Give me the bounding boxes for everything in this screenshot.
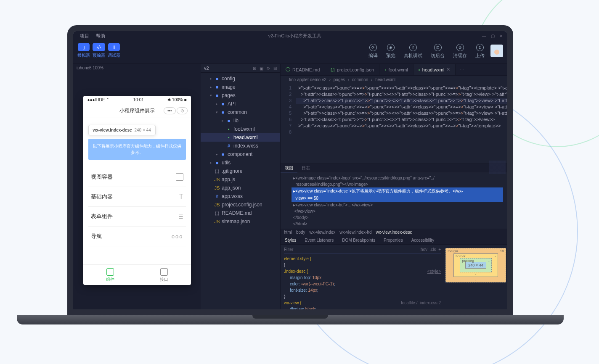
menu-icon: ☰ [178,214,183,220]
pill-simulator[interactable]: ▯ [78,43,90,51]
menu-project[interactable]: 项目 [77,33,93,39]
breadcrumb: fino-applet-demo-v2 › pages › common › h… [281,76,507,84]
file-node[interactable]: JSproject.config.json [201,200,280,209]
action-clear-cache[interactable]: ⊘清缓存 [453,44,467,59]
folder-node[interactable]: ▾■common [201,108,280,116]
simulator-panel: iphone6 100% ●●●ll IDE ⌃ 10:01 ✱ 100% ■ … [73,64,201,309]
list-item[interactable]: 基础内容T [88,187,186,207]
dom-crumb[interactable]: wx-view.index-hd [339,230,371,235]
phone-tabbar: 组件 接口 [83,264,191,285]
menubar: 项目 帮助 v2-FinClip小程序开发工具 — ▢ ✕ [73,31,507,40]
new-folder-icon[interactable]: ▣ [260,66,263,71]
phone-statusbar: ●●●ll IDE ⌃ 10:01 ✱ 100% ■ [83,96,191,104]
tab-api[interactable]: 接口 [137,265,191,285]
action-remote-debug[interactable]: ▯真机调试 [404,44,422,59]
editor-panel: ⓘREADME.md{.}project.config.json▫foot.wx… [281,64,507,309]
inspector-tooltip: wx-view.index-desc240 × 44 [88,125,156,135]
editor-tabs: ⓘREADME.md{.}project.config.json▫foot.wx… [281,64,507,76]
list-item[interactable]: 表单组件☰ [88,207,186,227]
app-title: 小程序组件展示 [119,107,155,114]
dom-crumb[interactable]: html [284,230,292,235]
window-minimize[interactable]: — [481,34,487,38]
collapse-icon[interactable]: ⊟ [273,66,277,71]
capsule-close-icon[interactable]: ⊙ [177,107,188,114]
dom-crumb[interactable]: wx-view.index [310,230,336,235]
dom-crumb[interactable]: body [296,230,305,235]
new-file-icon[interactable]: ⊞ [253,66,256,71]
action-upload[interactable]: ↥上传 [475,44,485,59]
pill-debugger[interactable]: ⫴ [108,43,120,51]
folder-node[interactable]: ▸■utils [201,158,280,167]
file-node[interactable]: JSapp.js [201,175,280,184]
editor-tab[interactable]: ▫head.wxml✕ [413,64,456,75]
styles-tab[interactable]: Styles [281,236,300,244]
tab-components[interactable]: 组件 [83,265,137,285]
project-root: v2 [204,66,209,71]
file-node[interactable]: ▪foot.wxml [201,125,280,133]
action-preview[interactable]: ◉预览 [386,44,395,59]
styles-tab[interactable]: Event Listeners [300,236,338,244]
styles-tab[interactable]: Properties [379,236,407,244]
editor-tab[interactable]: {.}project.config.json [325,64,379,75]
action-background[interactable]: ⊡切后台 [431,44,445,59]
styles-tab[interactable]: Accessibility [407,236,438,244]
devtab-elements[interactable]: 视图 [281,164,297,172]
folder-node[interactable]: ▸■API [201,100,280,108]
text-icon: T [179,193,183,200]
tabs-overflow-icon[interactable]: ⋯ [456,64,469,75]
list-item[interactable]: 视图容器 [88,167,186,187]
minimap[interactable] [489,161,506,194]
file-explorer: v2 ⊞ ▣ ⟳ ⊟ ▸■config▸■image▾■pages▸■API▾■… [201,64,281,309]
ide-window: 项目 帮助 v2-FinClip小程序开发工具 — ▢ ✕ ▯模拟器 ‹/›预编… [73,31,507,309]
window-maximize[interactable]: ▢ [490,34,496,38]
capsule-more-icon[interactable]: ••• [164,107,176,114]
toolbar: ▯模拟器 ‹/›预编器 ⫴调试器 ⟳编译 ◉预览 ▯真机调试 ⊡切后台 ⊘清缓存… [73,40,507,64]
file-node[interactable]: {.}.gitignore [201,167,280,175]
window-close[interactable]: ✕ [498,34,504,38]
folder-node[interactable]: ▸■lib [201,116,280,125]
dom-inspector[interactable]: ▸<wx-image class="index-logo" src="../re… [281,172,507,229]
action-compile[interactable]: ⟳编译 [368,44,378,59]
styles-filter[interactable]: Filter [284,246,293,253]
devtab-console[interactable]: 日志 [297,164,314,172]
window-title: v2-FinClip小程序开发工具 [109,33,481,39]
refresh-icon[interactable]: ⟳ [267,66,270,71]
folder-node[interactable]: ▾■pages [201,91,280,100]
file-node[interactable]: {.}README.md [201,209,280,217]
user-avatar[interactable] [490,45,503,57]
more-icon: ooo [172,233,183,240]
file-node[interactable]: #app.wxss [201,192,280,200]
devtools: 视图 日志 ▸<wx-image class="index-logo" src=… [281,164,507,309]
file-node[interactable]: JSapp.json [201,184,280,192]
box-model: margin10 border- padding- 240 × 44 - - - [444,245,507,309]
file-node[interactable]: JSsitemap.json [201,217,280,226]
dom-crumb[interactable]: wx-view.index-desc [376,230,412,235]
folder-node[interactable]: ▸■config [201,74,280,83]
file-node[interactable]: #index.wxss [201,142,280,150]
highlighted-element: 以下将展示小程序官方组件能力，组件样式仅供参考。 [88,139,186,160]
phone-preview: ●●●ll IDE ⌃ 10:01 ✱ 100% ■ 小程序组件展示 ••• ⊙ [83,96,191,285]
laptop-mockup: 项目 帮助 v2-FinClip小程序开发工具 — ▢ ✕ ▯模拟器 ‹/›预编… [67,25,513,324]
folder-node[interactable]: ▸■component [201,150,280,158]
folder-node[interactable]: ▸■image [201,83,280,91]
tab-close-icon[interactable]: ✕ [446,67,450,72]
file-node[interactable]: ▪head.wxml [201,133,280,142]
menu-help[interactable]: 帮助 [93,33,109,39]
editor-tab[interactable]: ⓘREADME.md [281,64,325,75]
editor-tab[interactable]: ▫foot.wxml [379,64,413,75]
styles-panel[interactable]: Filter :hov .cls + element.style { } .in… [281,245,444,309]
simulator-device-info: iphone6 100% [73,64,201,72]
list-item[interactable]: 导航ooo [88,227,186,246]
styles-tab[interactable]: DOM Breakpoints [338,236,379,244]
pill-editor[interactable]: ‹/› [93,43,105,51]
container-icon [176,173,183,181]
